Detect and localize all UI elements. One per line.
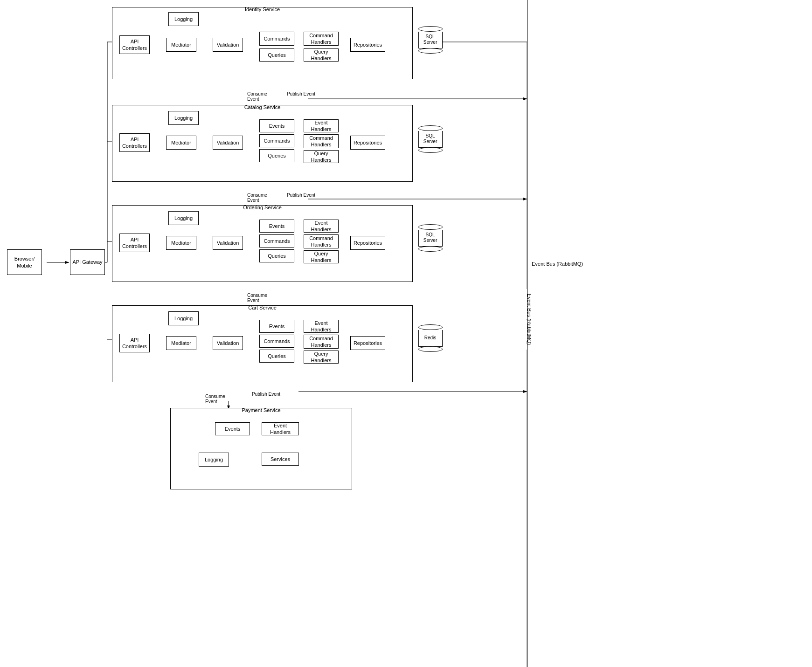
ordering-consume-label: ConsumeEvent [247,193,267,203]
catalog-consume-label: ConsumeEvent [247,91,267,102]
catalog-queries-label: Queries [268,152,286,159]
catalog-commands-box: Commands [259,134,294,147]
ordering-api-controllers-label: APIControllers [122,236,147,250]
ordering-commands-box: Commands [259,234,294,248]
catalog-command-handlers-box: CommandHandlers [304,134,339,148]
ordering-logging-box: Logging [168,211,199,225]
catalog-validation-box: Validation [213,136,243,150]
cart-mediator-label: Mediator [171,340,191,346]
cart-query-handlers-label: Query Handlers [305,351,337,364]
ordering-queries-label: Queries [268,253,286,259]
identity-logging-label: Logging [174,16,193,22]
payment-services-box: Services [262,453,299,466]
cart-validation-label: Validation [217,340,239,346]
catalog-event-handlers-label: Event Handlers [305,119,337,133]
identity-mediator-label: Mediator [171,41,191,48]
payment-logging-label: Logging [205,456,223,463]
identity-query-handlers-label: Query Handlers [305,48,337,62]
catalog-queries-box: Queries [259,149,294,162]
payment-publish-label: Publish Event [252,392,280,397]
catalog-mediator-label: Mediator [171,139,191,146]
cart-command-handlers-box: CommandHandlers [304,335,339,349]
catalog-api-controllers-box: APIControllers [119,133,150,152]
payment-consume-label: ConsumeEvent [205,394,225,404]
catalog-mediator-box: Mediator [166,136,196,150]
cart-api-controllers-box: APIControllers [119,334,150,352]
event-bus-label: Event Bus (RabbitMQ) [532,261,583,267]
catalog-commands-label: Commands [264,138,290,144]
identity-service-label: Identity Service [245,7,280,12]
catalog-repositories-label: Repositories [354,139,382,146]
ordering-sql-server: SQLServer [417,224,443,252]
identity-sql-server: SQLServer [417,26,443,54]
ordering-query-handlers-label: Query Handlers [305,250,337,264]
ordering-queries-box: Queries [259,249,294,262]
diagram-container: Browser/ Mobile API Gateway Event Bus (R… [0,0,812,667]
ordering-api-controllers-box: APIControllers [119,234,150,252]
event-bus-line [527,0,527,667]
ordering-publish-label: Publish Event [287,193,315,198]
catalog-events-label: Events [269,123,285,129]
identity-api-controllers-label: APIControllers [122,38,147,52]
catalog-repositories-box: Repositories [350,136,385,150]
identity-command-handlers-box: CommandHandlers [304,32,339,46]
identity-mediator-box: Mediator [166,38,196,52]
cart-events-box: Events [259,320,294,333]
ordering-logging-label: Logging [174,215,193,221]
identity-commands-label: Commands [264,35,290,42]
browser-mobile-label: Browser/ Mobile [8,255,41,269]
cart-queries-box: Queries [259,350,294,363]
catalog-query-handlers-box: Query Handlers [304,150,339,163]
payment-services-label: Services [271,456,290,462]
event-bus-box: Event Bus (RabbitMQ) [520,289,539,350]
ordering-commands-label: Commands [264,238,290,244]
catalog-command-handlers-label: CommandHandlers [309,135,333,148]
ordering-events-box: Events [259,220,294,233]
cart-service-label: Cart Service [248,305,277,310]
catalog-sql-server: SQLServer [417,125,443,153]
catalog-event-handlers-box: Event Handlers [304,119,339,132]
ordering-query-handlers-box: Query Handlers [304,250,339,263]
api-gateway-label: API Gateway [72,259,102,265]
identity-validation-box: Validation [213,38,243,52]
payment-service-group: Payment Service Events Event Handlers Se… [170,408,352,489]
identity-logging-box: Logging [168,12,199,26]
catalog-query-handlers-label: Query Handlers [305,150,337,164]
cart-event-handlers-box: Event Handlers [304,320,339,333]
identity-repositories-box: Repositories [350,38,385,52]
ordering-event-handlers-box: Event Handlers [304,220,339,233]
cart-query-handlers-box: Query Handlers [304,351,339,364]
identity-repositories-label: Repositories [354,41,382,48]
ordering-mediator-label: Mediator [171,240,191,246]
cart-mediator-box: Mediator [166,336,196,350]
catalog-service-label: Catalog Service [244,104,281,110]
cart-api-controllers-label: APIControllers [122,337,147,350]
payment-event-handlers-label: Event Handlers [263,422,298,436]
ordering-command-handlers-box: CommandHandlers [304,234,339,248]
cart-redis: Redis [417,324,443,352]
identity-queries-box: Queries [259,48,294,62]
cart-logging-label: Logging [174,315,193,322]
ordering-service-label: Ordering Service [243,205,282,210]
identity-command-handlers-label: CommandHandlers [309,32,333,46]
catalog-logging-label: Logging [174,115,193,121]
cart-event-handlers-label: Event Handlers [305,320,337,333]
ordering-validation-box: Validation [213,236,243,250]
ordering-repositories-label: Repositories [354,240,382,246]
payment-events-box: Events [215,422,250,435]
ordering-validation-label: Validation [217,240,239,246]
catalog-validation-label: Validation [217,139,239,146]
catalog-logging-box: Logging [168,111,199,125]
cart-service-group: Cart Service Logging APIControllers Medi… [112,305,413,382]
cart-events-label: Events [269,323,285,330]
identity-api-controllers-box: APIControllers [119,35,150,54]
catalog-service-group: Catalog Service Logging APIControllers M… [112,105,413,182]
api-gateway-box: API Gateway [70,249,105,275]
identity-commands-box: Commands [259,32,294,46]
ordering-mediator-box: Mediator [166,236,196,250]
catalog-publish-label: Publish Event [287,91,315,96]
payment-logging-box: Logging [199,453,229,467]
ordering-events-label: Events [269,223,285,229]
cart-repositories-label: Repositories [354,340,382,346]
browser-mobile-box: Browser/ Mobile [7,249,42,275]
